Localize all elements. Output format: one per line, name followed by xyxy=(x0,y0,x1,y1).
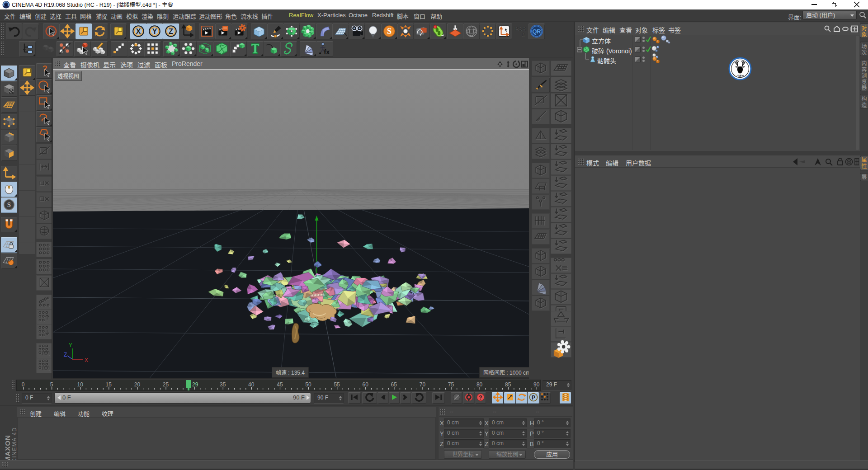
svg-text:0: 0 xyxy=(522,31,525,38)
svg-text:QR: QR xyxy=(532,28,541,34)
svg-text:Z: Z xyxy=(169,27,173,35)
svg-text:Y: Y xyxy=(152,27,157,35)
svg-text:?: ? xyxy=(479,394,482,400)
svg-text:S: S xyxy=(387,27,392,36)
svg-text:S: S xyxy=(7,201,11,208)
svg-text:fx: fx xyxy=(324,48,330,55)
svg-text:X: X xyxy=(136,27,141,35)
svg-text:P: P xyxy=(531,394,535,400)
svg-text:行鹿者: 行鹿者 xyxy=(736,75,745,77)
